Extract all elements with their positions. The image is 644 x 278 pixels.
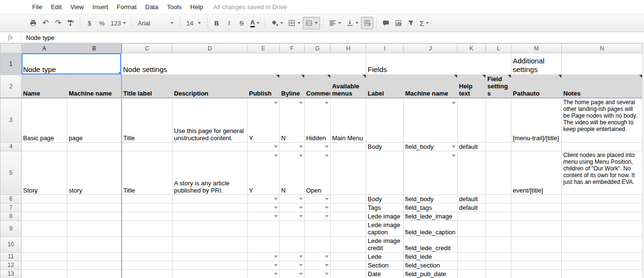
cell-A5[interactable]: Story [22, 151, 67, 194]
cell-J13[interactable]: field_pub_date [404, 269, 458, 278]
cell-F8[interactable] [280, 212, 305, 220]
row-header-9[interactable]: 9 [0, 220, 22, 236]
cell-I11[interactable]: Lede [366, 252, 404, 261]
column-header-C[interactable]: C [122, 44, 173, 53]
cell-E4[interactable] [248, 142, 280, 151]
cell-dropdown-icon[interactable] [299, 198, 303, 200]
cell-K8[interactable] [458, 212, 486, 220]
cell-E3[interactable]: Y [248, 98, 280, 142]
cell-dropdown-icon[interactable] [299, 155, 303, 157]
cell-dropdown-icon[interactable] [274, 198, 278, 200]
cell-L9[interactable] [486, 220, 511, 236]
cell-G11[interactable] [305, 252, 331, 261]
cell-L5[interactable] [486, 151, 511, 194]
cell-K6[interactable]: default [458, 194, 486, 203]
cell-D12[interactable] [173, 261, 248, 269]
cell-C6[interactable] [122, 194, 173, 203]
functions-button[interactable]: Σ [417, 17, 431, 29]
redo-button[interactable]: ↷ [52, 17, 64, 29]
cell-A6[interactable] [22, 194, 67, 203]
cell-dropdown-icon[interactable] [274, 264, 278, 266]
cell-D10[interactable] [173, 236, 248, 252]
vertical-align-button[interactable] [344, 17, 361, 29]
cell-E6[interactable] [248, 194, 280, 203]
cell-I10[interactable]: Lede image credit [366, 236, 404, 252]
cell-dropdown-icon[interactable] [325, 206, 329, 209]
cell-D9[interactable] [173, 220, 248, 236]
cell-dropdown-icon[interactable] [274, 145, 278, 148]
cell-J5[interactable] [404, 151, 458, 194]
cell-H13[interactable] [331, 269, 366, 278]
cell-I5[interactable] [366, 151, 404, 194]
cell-M3[interactable]: [menu-trail]/[title] [511, 98, 562, 142]
cell-G9[interactable] [305, 220, 331, 236]
cell-dropdown-icon[interactable] [299, 273, 303, 275]
row-header-1[interactable]: 1 [0, 53, 22, 75]
cell-F2[interactable]: Byline [280, 75, 305, 98]
cell-N10[interactable] [562, 236, 643, 252]
cell-dropdown-icon[interactable] [325, 273, 329, 275]
column-header-L[interactable]: L [486, 44, 511, 53]
column-header-N[interactable]: N [562, 44, 643, 53]
cell-dropdown-icon[interactable] [452, 155, 456, 157]
cell-N12[interactable] [562, 261, 643, 269]
print-button[interactable] [27, 17, 39, 29]
cell-F13[interactable] [280, 269, 305, 278]
cell-A10[interactable] [22, 236, 67, 252]
strikethrough-button[interactable]: S [235, 17, 248, 29]
font-family-select[interactable]: Arial [135, 17, 177, 29]
italic-button[interactable]: I [223, 17, 235, 29]
cell-H8[interactable] [331, 212, 366, 220]
cell-D4[interactable] [173, 142, 248, 151]
cell-E11[interactable] [248, 252, 280, 261]
cell-L3[interactable] [486, 98, 511, 142]
row-header-4[interactable]: 4 [0, 142, 22, 151]
cell-dropdown-icon[interactable] [452, 145, 456, 148]
column-header-D[interactable]: D [173, 44, 248, 53]
fill-color-button[interactable] [268, 17, 285, 29]
cell-M1[interactable]: Additional settings [511, 53, 562, 75]
cell-L12[interactable] [486, 261, 511, 269]
cell-G7[interactable] [305, 203, 331, 212]
cell-K5[interactable] [458, 151, 486, 194]
cell-J10[interactable]: field_lede_credit [404, 236, 458, 252]
cell-J9[interactable]: field_lede_caption [404, 220, 458, 236]
cell-dropdown-icon[interactable] [274, 273, 278, 275]
cell-F12[interactable] [280, 261, 305, 269]
cell-D6[interactable] [173, 194, 248, 203]
text-color-button[interactable]: A [248, 17, 262, 29]
cell-G10[interactable] [305, 236, 331, 252]
cell-L8[interactable] [486, 212, 511, 220]
cell-G3[interactable]: Hidden [305, 98, 331, 142]
cell-L11[interactable] [486, 252, 511, 261]
cell-L4[interactable] [486, 142, 511, 151]
insert-chart-button[interactable] [392, 17, 405, 29]
paint-format-button[interactable] [64, 17, 77, 29]
merge-cells-button[interactable] [303, 17, 320, 29]
cell-B3[interactable]: page [67, 98, 122, 142]
cell-F6[interactable] [280, 194, 305, 203]
row-header-10[interactable]: 10 [0, 236, 22, 252]
menu-view[interactable]: View [66, 1, 88, 12]
cell-B12[interactable] [67, 261, 122, 269]
font-size-select[interactable]: 14 [183, 17, 204, 29]
cell-L2[interactable]: Field settings [486, 75, 511, 98]
cell-K9[interactable] [458, 220, 486, 236]
menu-data[interactable]: Data [141, 1, 162, 12]
cell-E13[interactable] [248, 269, 280, 278]
cell-H12[interactable] [331, 261, 366, 269]
cell-C3[interactable]: Title [122, 98, 173, 142]
formula-input[interactable]: Node type [21, 32, 54, 43]
cell-dropdown-icon[interactable] [325, 155, 329, 157]
column-header-G[interactable]: G [305, 44, 331, 53]
cell-A4[interactable] [22, 142, 67, 151]
column-header-B[interactable]: B [67, 44, 122, 53]
column-header-F[interactable]: F [280, 44, 305, 53]
cell-F11[interactable] [280, 252, 305, 261]
cell-M6[interactable] [511, 194, 562, 203]
cell-J8[interactable]: field_lede_image [404, 212, 458, 220]
cell-L13[interactable] [486, 269, 511, 278]
undo-button[interactable]: ↶ [39, 17, 52, 29]
cell-E2[interactable]: Publish [248, 75, 280, 98]
cell-D13[interactable] [173, 269, 248, 278]
